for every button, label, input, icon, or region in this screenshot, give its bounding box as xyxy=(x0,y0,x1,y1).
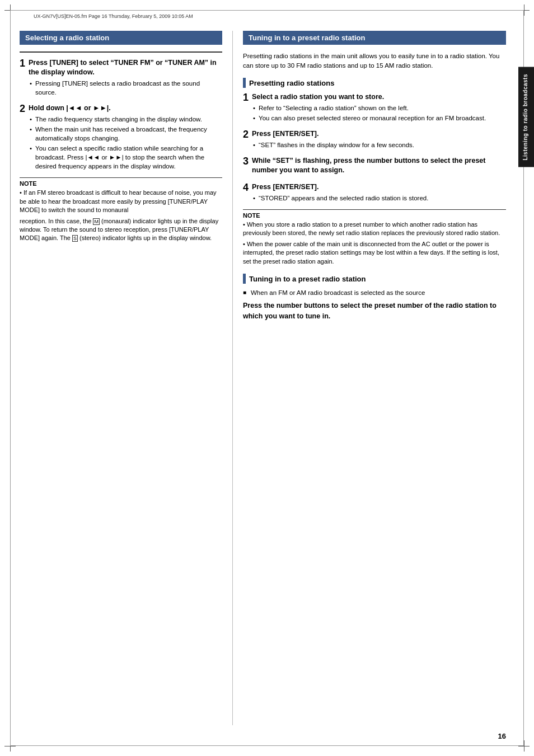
right-section-header: Tuning in to a preset radio station xyxy=(243,31,506,45)
final-bold-text: Press the number buttons to select the p… xyxy=(243,300,506,322)
preset-step-1-content: Select a radio station you want to store… xyxy=(252,92,506,124)
right-note: NOTE • When you store a radio station to… xyxy=(243,209,506,266)
subsection-bar-1 xyxy=(243,78,246,88)
right-note-label: NOTE xyxy=(243,212,506,219)
when-item: When an FM or AM radio broadcast is sele… xyxy=(243,288,506,297)
left-step-2-bullets: The radio frequency starts changing in t… xyxy=(29,115,222,171)
right-intro: Presetting radio stations in the main un… xyxy=(243,51,506,70)
crosshair-top-left xyxy=(4,4,16,16)
preset-step-2-num: 2 xyxy=(243,129,249,139)
preset-step-1-bullet-2: You can also preset selected stereo or m… xyxy=(252,114,506,123)
preset-step-4-bullet-1: “STORED” appears and the selected radio … xyxy=(252,194,506,203)
left-note: NOTE • If an FM stereo broadcast is diff… xyxy=(20,177,222,242)
left-step-2: 2 Hold down |◄◄ or ►►|. The radio freque… xyxy=(20,104,222,172)
preset-step-4-num: 4 xyxy=(243,182,249,192)
file-info: UX-GN7V[US]EN-05.fm Page 16 Thursday, Fe… xyxy=(34,13,193,19)
left-step-1-num: 1 xyxy=(20,58,25,68)
preset-step-1-num: 1 xyxy=(243,92,249,102)
right-note-p1: • When you store a radio station to a pr… xyxy=(243,220,506,238)
preset-step-2: 2 Press [ENTER/SET]. “SET” flashes in th… xyxy=(243,129,506,151)
preset-step-1-bullet-1: Refer to “Selecting a radio station” sho… xyxy=(252,104,506,112)
preset-step-1: 1 Select a radio station you want to sto… xyxy=(243,92,506,124)
preset-step-4-title: Press [ENTER/SET]. xyxy=(252,182,506,192)
preset-step-2-bullets: “SET” flashes in the display window for … xyxy=(252,140,506,149)
preset-step-1-title: Select a radio station you want to store… xyxy=(252,92,506,102)
preset-step-2-bullet-1: “SET” flashes in the display window for … xyxy=(252,140,506,149)
right-column: Tuning in to a preset radio station Pres… xyxy=(232,31,506,725)
crosshair-bottom-left xyxy=(4,740,16,752)
subsection-bar-2 xyxy=(243,274,246,284)
presetting-subsection-header: Presetting radio stations xyxy=(243,78,506,88)
mono-icon xyxy=(93,218,100,224)
right-note-text: • When you store a radio station to a pr… xyxy=(243,220,506,266)
presetting-subsection-title: Presetting radio stations xyxy=(249,79,334,87)
left-step-2-bullet-3: You can select a specific radio station … xyxy=(29,144,222,171)
left-section-header: Selecting a radio station xyxy=(20,31,222,45)
left-note-label: NOTE xyxy=(20,180,222,187)
left-step-2-bullet-1: The radio frequency starts changing in t… xyxy=(29,115,222,124)
crosshair-top-right xyxy=(518,4,530,16)
left-note-text: • If an FM stereo broadcast is difficult… xyxy=(20,189,222,242)
left-step-1-bullet-1: Pressing [TUNER] selects a radio broadca… xyxy=(29,79,222,97)
side-tab: Listening to radio broadcasts xyxy=(518,67,534,167)
left-step-2-bullet-2: When the main unit has received a broadc… xyxy=(29,125,222,143)
preset-step-4: 4 Press [ENTER/SET]. “STORED” appears an… xyxy=(243,182,506,204)
left-step-2-num: 2 xyxy=(20,104,25,114)
left-step-1: 1 Press [TUNER] to select “TUNER FM” or … xyxy=(20,58,222,98)
left-note-p2: reception. In this case, the (monaural) … xyxy=(20,217,222,243)
preset-step-2-title: Press [ENTER/SET]. xyxy=(252,129,506,139)
preset-step-4-bullets: “STORED” appears and the selected radio … xyxy=(252,194,506,203)
tuning-subsection-header: Tuning in to a preset radio station xyxy=(243,274,506,284)
left-step-1-bullets: Pressing [TUNER] selects a radio broadca… xyxy=(29,79,222,97)
page-number: 16 xyxy=(498,732,506,740)
left-step-2-title: Hold down |◄◄ or ►►|. xyxy=(29,104,222,113)
preset-step-4-content: Press [ENTER/SET]. “STORED” appears and … xyxy=(252,182,506,204)
preset-step-2-content: Press [ENTER/SET]. “SET” flashes in the … xyxy=(252,129,506,151)
left-step-1-content: Press [TUNER] to select “TUNER FM” or “T… xyxy=(29,58,222,98)
left-rule xyxy=(20,51,222,53)
tuning-subsection-title: Tuning in to a preset radio station xyxy=(249,275,366,283)
left-column: Selecting a radio station 1 Press [TUNER… xyxy=(20,31,232,725)
preset-step-3-num: 3 xyxy=(243,156,249,166)
stereo-icon xyxy=(72,234,78,241)
preset-step-3-title: While “SET” is flashing, press the numbe… xyxy=(252,156,506,175)
content-area: Selecting a radio station 1 Press [TUNER… xyxy=(20,31,506,725)
preset-step-1-bullets: Refer to “Selecting a radio station” sho… xyxy=(252,104,506,123)
left-note-p1: • If an FM stereo broadcast is difficult… xyxy=(20,189,222,214)
preset-step-3-content: While “SET” is flashing, press the numbe… xyxy=(252,156,506,177)
right-note-p2: • When the power cable of the main unit … xyxy=(243,240,506,266)
left-step-1-title: Press [TUNER] to select “TUNER FM” or “T… xyxy=(29,58,222,77)
preset-step-3: 3 While “SET” is flashing, press the num… xyxy=(243,156,506,177)
when-list: When an FM or AM radio broadcast is sele… xyxy=(243,288,506,297)
left-step-2-content: Hold down |◄◄ or ►►|. The radio frequenc… xyxy=(29,104,222,172)
crosshair-bottom-right xyxy=(518,740,530,752)
